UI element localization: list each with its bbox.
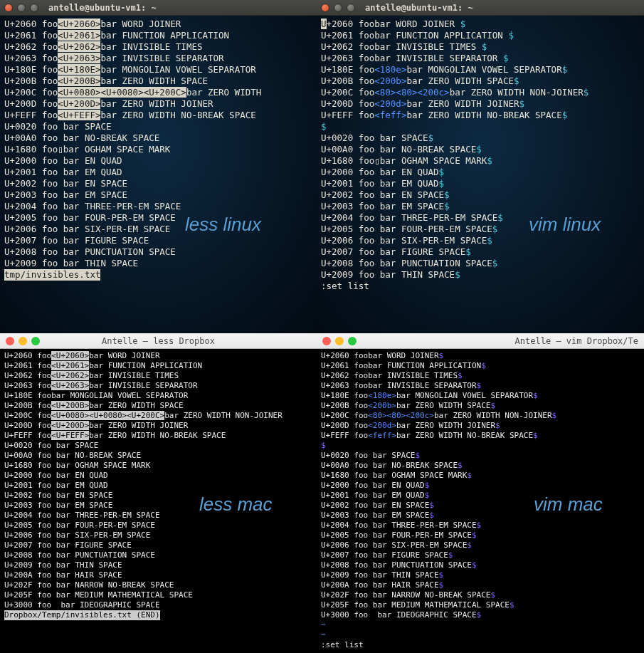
terminal-line: U+180E foo<180e>bar MONGOLIAN VOWEL SEPA…: [321, 64, 640, 75]
terminal-line: U+2061 foo<U+2061>bar FUNCTION APPLICATI…: [4, 361, 312, 371]
terminal-line: U+2008 foo bar PUNCTUATION SPACE: [4, 550, 312, 560]
pane-vim-linux: antelle@ubuntu-vm1: ~ U+2060 foobar WORD…: [317, 0, 644, 333]
terminal-line: U+2063 foobar INVISIBLE SEPARATOR$: [321, 381, 640, 391]
maximize-icon[interactable]: [30, 4, 38, 12]
titlebar-ubuntu-left: antelle@ubuntu-vm1: ~: [0, 0, 317, 16]
maximize-icon[interactable]: [348, 337, 357, 345]
window-title: Antelle — less Dropbox: [102, 336, 215, 346]
terminal-line: U+205F foo bar MEDIUM MATHEMATICAL SPACE: [4, 590, 312, 600]
terminal-line: ~: [321, 630, 640, 640]
terminal-line: U+2002 foo bar EN SPACE$: [321, 189, 640, 201]
terminal-line: U+2008 foo bar PUNCTUATION SPACE$: [321, 258, 640, 269]
terminal-line: U+2063 foo<U+2063>bar INVISIBLE SEPARATO…: [4, 381, 312, 391]
terminal-line: U+200D foo<U+200D>bar ZERO WIDTH JOINER: [4, 421, 312, 431]
minimize-icon[interactable]: [19, 337, 27, 345]
close-icon[interactable]: [6, 337, 14, 345]
terminal-line: U+2006 foo bar SIX-PER-EM SPACE$: [321, 540, 640, 550]
terminal-line: U+200A foo bar HAIR SPACE: [4, 570, 312, 580]
terminal-line: U+2062 foo<U+2062>bar INVISIBLE TIMES: [4, 371, 312, 381]
terminal-line: U+FEFF foo<feff>bar ZERO WIDTH NO-BREAK …: [321, 431, 640, 441]
terminal-vim-mac[interactable]: U+2060 foobar WORD JOINER$U+2061 foobar …: [317, 349, 644, 653]
maximize-icon[interactable]: [347, 4, 355, 12]
terminal-line: U+200D foo<U+200D>bar ZERO WIDTH JOINER: [4, 98, 312, 110]
terminal-line: U+2061 foobar FUNCTION APPLICATION$: [321, 361, 640, 371]
terminal-line: U+2063 foo<U+2063>bar INVISIBLE SEPARATO…: [4, 53, 312, 64]
terminal-line: U+200D foo<200d>bar ZERO WIDTH JOINER$: [321, 421, 640, 431]
minimize-icon[interactable]: [335, 337, 344, 345]
terminal-line: U+2008 foo bar PUNCTUATION SPACE: [4, 246, 312, 258]
terminal-less-mac[interactable]: U+2060 foo<U+2060>bar WORD JOINERU+2061 …: [0, 349, 317, 653]
terminal-line: U+200B foo<200b>bar ZERO WIDTH SPACE$: [321, 75, 640, 87]
terminal-line: U+200C foo<U+0080><U+0080><U+200C>bar ZE…: [4, 87, 312, 98]
terminal-line: U+0020 foo bar SPACE: [4, 441, 312, 451]
status-line: Dropbox/Temp/invisibles.txt (END): [4, 610, 160, 620]
terminal-line: ~: [321, 620, 640, 630]
terminal-line: U+2009 foo bar THIN SPACE$: [321, 570, 640, 580]
terminal-line: U+2001 foo bar EM QUAD: [4, 167, 312, 178]
pane-less-mac: Antelle — less Dropbox U+2060 foo<U+2060…: [0, 333, 317, 653]
terminal-line: U+2061 foobar FUNCTION APPLICATION $: [321, 30, 640, 41]
minimize-icon[interactable]: [17, 4, 26, 12]
terminal-line: U+2007 foo bar FIGURE SPACE: [4, 540, 312, 550]
terminal-line: U+2000 foo bar EN QUAD$: [321, 167, 640, 178]
terminal-line: U+2004 foo bar THREE-PER-EM SPACE$: [321, 212, 640, 224]
terminal-line: U+0020 foo bar SPACE: [4, 121, 312, 132]
terminal-line: U+2006 foo bar SIX-PER-EM SPACE: [4, 224, 312, 235]
terminal-line: U+2007 foo bar FIGURE SPACE: [4, 235, 312, 246]
window-title: Antelle — vim Dropbox/Te: [515, 336, 638, 346]
terminal-less-linux[interactable]: U+2060 foo<U+2060>bar WORD JOINERU+2061 …: [0, 16, 317, 333]
terminal-line: U+180E foo᠎bar MONGOLIAN VOWEL SEPARATOR: [4, 391, 312, 401]
terminal-line: U+1680 foo▯bar OGHAM SPACE MARK$: [321, 155, 640, 167]
terminal-line: U+2060 foobar WORD JOINER $: [321, 19, 640, 30]
terminal-line: U+2004 foo bar THREE-PER-EM SPACE: [4, 511, 312, 521]
terminal-line: U+2003 foo bar EM SPACE$: [321, 201, 640, 212]
terminal-line: U+202F foo bar NARROW NO-BREAK SPACE$: [321, 590, 640, 600]
terminal-line: U+2061 foo<U+2061>bar FUNCTION APPLICATI…: [4, 30, 312, 41]
terminal-line: U+2062 foobar INVISIBLE TIMES$: [321, 371, 640, 381]
terminal-line: U+2009 foo bar THIN SPACE$: [321, 269, 640, 281]
terminal-line: U+2002 foo bar EN SPACE: [4, 178, 312, 189]
terminal-line: U+200C foo<80><80><200c>bar ZERO WIDTH N…: [321, 411, 640, 421]
terminal-line: U+205F foo bar MEDIUM MATHEMATICAL SPACE…: [321, 600, 640, 610]
close-icon[interactable]: [321, 4, 329, 12]
terminal-line: U+2009 foo bar THIN SPACE: [4, 560, 312, 570]
terminal-line: U+200A foo bar HAIR SPACE$: [321, 580, 640, 590]
terminal-line: U+0020 foo bar SPACE$: [321, 132, 640, 144]
titlebar-mac-left: Antelle — less Dropbox: [0, 333, 317, 349]
terminal-line: U+2000 foo bar EN QUAD$: [321, 481, 640, 491]
minimize-icon[interactable]: [334, 4, 342, 12]
terminal-line: U+00A0 foo bar NO-BREAK SPACE: [4, 132, 312, 144]
terminal-line: U+1680 foo▯bar OGHAM SPACE MARK: [4, 144, 312, 155]
terminal-line: U+2001 foo bar EM QUAD$: [321, 178, 640, 189]
terminal-line: U+200D foo<200d>bar ZERO WIDTH JOINER$: [321, 98, 640, 110]
terminal-line: U+2007 foo bar FIGURE SPACE$: [321, 550, 640, 560]
terminal-line: U+2001 foo bar EM QUAD: [4, 481, 312, 491]
terminal-line: U+1680 foo bar OGHAM SPACE MARK: [4, 461, 312, 471]
terminal-line: U+2005 foo bar FOUR-PER-EM SPACE$: [321, 224, 640, 235]
maximize-icon[interactable]: [31, 337, 40, 345]
terminal-line: U+2008 foo bar PUNCTUATION SPACE$: [321, 560, 640, 570]
terminal-line: U+2005 foo bar FOUR-PER-EM SPACE: [4, 212, 312, 224]
terminal-line: U+180E foo<U+180E>bar MONGOLIAN VOWEL SE…: [4, 64, 312, 75]
close-icon[interactable]: [322, 337, 331, 345]
terminal-line: U+2004 foo bar THREE-PER-EM SPACE: [4, 201, 312, 212]
terminal-line: $: [321, 441, 640, 451]
terminal-line: U+2062 foobar INVISIBLE TIMES $: [321, 41, 640, 53]
terminal-line: U+2060 foobar WORD JOINER$: [321, 351, 640, 361]
close-icon[interactable]: [4, 4, 13, 12]
terminal-line: U+2003 foo bar EM SPACE$: [321, 511, 640, 521]
terminal-line: U+2004 foo bar THREE-PER-EM SPACE$: [321, 521, 640, 531]
terminal-line: U+FEFF foo<U+FEFF>bar ZERO WIDTH NO-BREA…: [4, 110, 312, 121]
titlebar-mac-right: Antelle — vim Dropbox/Te: [317, 333, 644, 349]
terminal-line: U+200C foo<U+0080><U+0080><U+200C>bar ZE…: [4, 411, 312, 421]
terminal-line: U+2009 foo bar THIN SPACE: [4, 258, 312, 269]
terminal-line: U+FEFF foo<feff>bar ZERO WIDTH NO-BREAK …: [321, 110, 640, 121]
terminal-line: U+2003 foo bar EM SPACE: [4, 501, 312, 511]
terminal-vim-linux[interactable]: U+2060 foobar WORD JOINER $U+2061 foobar…: [317, 16, 644, 333]
terminal-line: U+2060 foo<U+2060>bar WORD JOINER: [4, 19, 312, 30]
terminal-line: U+0020 foo bar SPACE$: [321, 451, 640, 461]
terminal-line: U+2000 foo bar EN QUAD: [4, 471, 312, 481]
terminal-line: U+1680 foo bar OGHAM SPACE MARK$: [321, 471, 640, 481]
terminal-line: U+00A0 foo bar NO-BREAK SPACE$: [321, 461, 640, 471]
terminal-line: U+2060 foo<U+2060>bar WORD JOINER: [4, 351, 312, 361]
